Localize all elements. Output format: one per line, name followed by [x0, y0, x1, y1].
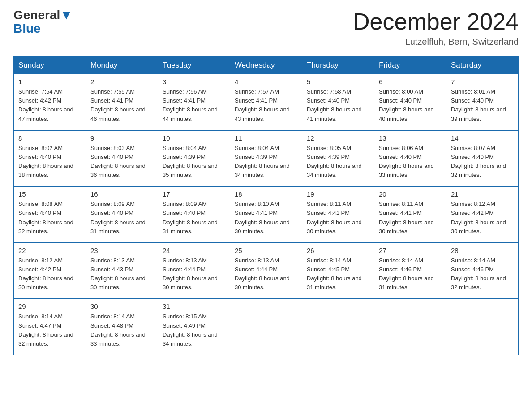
day-number: 30 — [90, 303, 153, 310]
calendar-row: 15 Sunrise: 8:08 AM Sunset: 4:40 PM Dayl… — [14, 186, 519, 243]
day-number: 4 — [235, 78, 297, 86]
day-number: 22 — [18, 247, 81, 254]
day-info: Sunrise: 8:14 AM Sunset: 4:45 PM Dayligh… — [307, 256, 369, 292]
calendar-table: Sunday Monday Tuesday Wednesday Thursday… — [13, 56, 519, 355]
day-info: Sunrise: 8:13 AM Sunset: 4:44 PM Dayligh… — [235, 256, 297, 292]
calendar-cell: 22 Sunrise: 8:12 AM Sunset: 4:42 PM Dayl… — [14, 243, 86, 299]
day-info: Sunrise: 7:57 AM Sunset: 4:41 PM Dayligh… — [235, 87, 297, 124]
logo-general: General▼ — [13, 9, 73, 21]
day-info: Sunrise: 8:13 AM Sunset: 4:44 PM Dayligh… — [163, 256, 225, 292]
day-info: Sunrise: 7:55 AM Sunset: 4:41 PM Dayligh… — [90, 87, 153, 124]
logo: General▼ Blue — [13, 9, 73, 35]
calendar-cell — [446, 299, 519, 355]
calendar-cell — [230, 299, 302, 355]
calendar-cell: 17 Sunrise: 8:09 AM Sunset: 4:40 PM Dayl… — [158, 186, 230, 243]
day-number: 16 — [90, 190, 153, 198]
calendar-cell — [302, 299, 374, 355]
day-number: 14 — [451, 134, 514, 142]
calendar-cell: 11 Sunrise: 8:04 AM Sunset: 4:39 PM Dayl… — [230, 130, 302, 187]
day-info: Sunrise: 8:11 AM Sunset: 4:41 PM Dayligh… — [379, 200, 442, 236]
day-info: Sunrise: 8:05 AM Sunset: 4:39 PM Dayligh… — [307, 144, 369, 180]
day-number: 12 — [307, 134, 369, 142]
month-title: December 2024 — [353, 9, 519, 34]
calendar-cell: 14 Sunrise: 8:07 AM Sunset: 4:40 PM Dayl… — [446, 130, 519, 187]
day-info: Sunrise: 8:06 AM Sunset: 4:40 PM Dayligh… — [379, 144, 442, 180]
day-info: Sunrise: 8:14 AM Sunset: 4:47 PM Dayligh… — [18, 312, 81, 348]
day-number: 18 — [235, 190, 297, 198]
title-section: December 2024 Lutzelfluh, Bern, Switzerl… — [353, 9, 519, 47]
calendar-cell: 3 Sunrise: 7:56 AM Sunset: 4:41 PM Dayli… — [158, 74, 230, 130]
calendar-header: Sunday Monday Tuesday Wednesday Thursday… — [14, 56, 519, 75]
calendar-cell: 4 Sunrise: 7:57 AM Sunset: 4:41 PM Dayli… — [230, 74, 302, 130]
calendar-cell: 23 Sunrise: 8:13 AM Sunset: 4:43 PM Dayl… — [86, 243, 158, 299]
day-number: 17 — [163, 190, 225, 198]
calendar-cell: 13 Sunrise: 8:06 AM Sunset: 4:40 PM Dayl… — [374, 130, 446, 187]
calendar-cell: 5 Sunrise: 7:58 AM Sunset: 4:40 PM Dayli… — [302, 74, 374, 130]
day-info: Sunrise: 8:00 AM Sunset: 4:40 PM Dayligh… — [379, 87, 442, 124]
calendar-cell: 16 Sunrise: 8:09 AM Sunset: 4:40 PM Dayl… — [86, 186, 158, 243]
day-info: Sunrise: 8:14 AM Sunset: 4:48 PM Dayligh… — [90, 312, 153, 348]
day-info: Sunrise: 8:04 AM Sunset: 4:39 PM Dayligh… — [235, 144, 297, 180]
logo-blue: Blue — [13, 22, 41, 35]
calendar-row: 29 Sunrise: 8:14 AM Sunset: 4:47 PM Dayl… — [14, 299, 519, 355]
day-info: Sunrise: 8:12 AM Sunset: 4:42 PM Dayligh… — [451, 200, 514, 236]
day-number: 13 — [379, 134, 442, 142]
day-number: 3 — [163, 78, 225, 86]
calendar-cell: 21 Sunrise: 8:12 AM Sunset: 4:42 PM Dayl… — [446, 186, 519, 243]
day-info: Sunrise: 8:14 AM Sunset: 4:46 PM Dayligh… — [379, 256, 442, 292]
day-number: 9 — [90, 134, 153, 142]
day-number: 5 — [307, 78, 369, 86]
day-info: Sunrise: 8:07 AM Sunset: 4:40 PM Dayligh… — [451, 144, 514, 180]
day-number: 25 — [235, 247, 297, 254]
day-info: Sunrise: 8:08 AM Sunset: 4:40 PM Dayligh… — [18, 200, 81, 236]
header-wednesday: Wednesday — [230, 56, 302, 75]
day-info: Sunrise: 8:10 AM Sunset: 4:41 PM Dayligh… — [235, 200, 297, 236]
calendar-cell — [374, 299, 446, 355]
day-number: 31 — [163, 303, 225, 310]
day-number: 15 — [18, 190, 81, 198]
calendar-cell: 31 Sunrise: 8:15 AM Sunset: 4:49 PM Dayl… — [158, 299, 230, 355]
calendar-cell: 25 Sunrise: 8:13 AM Sunset: 4:44 PM Dayl… — [230, 243, 302, 299]
calendar-cell: 20 Sunrise: 8:11 AM Sunset: 4:41 PM Dayl… — [374, 186, 446, 243]
calendar-cell: 30 Sunrise: 8:14 AM Sunset: 4:48 PM Dayl… — [86, 299, 158, 355]
calendar-cell: 9 Sunrise: 8:03 AM Sunset: 4:40 PM Dayli… — [86, 130, 158, 187]
day-info: Sunrise: 8:11 AM Sunset: 4:41 PM Dayligh… — [307, 200, 369, 236]
calendar-cell: 10 Sunrise: 8:04 AM Sunset: 4:39 PM Dayl… — [158, 130, 230, 187]
calendar-cell: 8 Sunrise: 8:02 AM Sunset: 4:40 PM Dayli… — [14, 130, 86, 187]
calendar-cell: 29 Sunrise: 8:14 AM Sunset: 4:47 PM Dayl… — [14, 299, 86, 355]
day-number: 1 — [18, 78, 81, 86]
calendar-row: 8 Sunrise: 8:02 AM Sunset: 4:40 PM Dayli… — [14, 130, 519, 187]
day-info: Sunrise: 8:09 AM Sunset: 4:40 PM Dayligh… — [90, 200, 153, 236]
day-info: Sunrise: 7:56 AM Sunset: 4:41 PM Dayligh… — [163, 87, 225, 124]
day-info: Sunrise: 7:54 AM Sunset: 4:42 PM Dayligh… — [18, 87, 81, 124]
day-info: Sunrise: 8:12 AM Sunset: 4:42 PM Dayligh… — [18, 256, 81, 292]
calendar-cell: 1 Sunrise: 7:54 AM Sunset: 4:42 PM Dayli… — [14, 74, 86, 130]
header-row: Sunday Monday Tuesday Wednesday Thursday… — [14, 56, 519, 75]
day-number: 7 — [451, 78, 514, 86]
header-monday: Monday — [86, 56, 158, 75]
calendar-cell: 18 Sunrise: 8:10 AM Sunset: 4:41 PM Dayl… — [230, 186, 302, 243]
calendar-cell: 7 Sunrise: 8:01 AM Sunset: 4:40 PM Dayli… — [446, 74, 519, 130]
calendar-cell: 15 Sunrise: 8:08 AM Sunset: 4:40 PM Dayl… — [14, 186, 86, 243]
day-number: 23 — [90, 247, 153, 254]
calendar-row: 1 Sunrise: 7:54 AM Sunset: 4:42 PM Dayli… — [14, 74, 519, 130]
day-info: Sunrise: 7:58 AM Sunset: 4:40 PM Dayligh… — [307, 87, 369, 124]
day-number: 27 — [379, 247, 442, 254]
calendar-cell: 27 Sunrise: 8:14 AM Sunset: 4:46 PM Dayl… — [374, 243, 446, 299]
calendar-cell: 28 Sunrise: 8:14 AM Sunset: 4:46 PM Dayl… — [446, 243, 519, 299]
calendar-cell: 24 Sunrise: 8:13 AM Sunset: 4:44 PM Dayl… — [158, 243, 230, 299]
day-number: 26 — [307, 247, 369, 254]
calendar-cell: 2 Sunrise: 7:55 AM Sunset: 4:41 PM Dayli… — [86, 74, 158, 130]
day-info: Sunrise: 8:09 AM Sunset: 4:40 PM Dayligh… — [163, 200, 225, 236]
day-number: 19 — [307, 190, 369, 198]
day-info: Sunrise: 8:14 AM Sunset: 4:46 PM Dayligh… — [451, 256, 514, 292]
day-info: Sunrise: 8:04 AM Sunset: 4:39 PM Dayligh… — [163, 144, 225, 180]
calendar-cell: 26 Sunrise: 8:14 AM Sunset: 4:45 PM Dayl… — [302, 243, 374, 299]
page-header: General▼ Blue December 2024 Lutzelfluh, … — [13, 9, 519, 47]
day-info: Sunrise: 8:15 AM Sunset: 4:49 PM Dayligh… — [163, 312, 225, 348]
day-number: 20 — [379, 190, 442, 198]
day-info: Sunrise: 8:03 AM Sunset: 4:40 PM Dayligh… — [90, 144, 153, 180]
header-thursday: Thursday — [302, 56, 374, 75]
calendar-row: 22 Sunrise: 8:12 AM Sunset: 4:42 PM Dayl… — [14, 243, 519, 299]
header-friday: Friday — [374, 56, 446, 75]
